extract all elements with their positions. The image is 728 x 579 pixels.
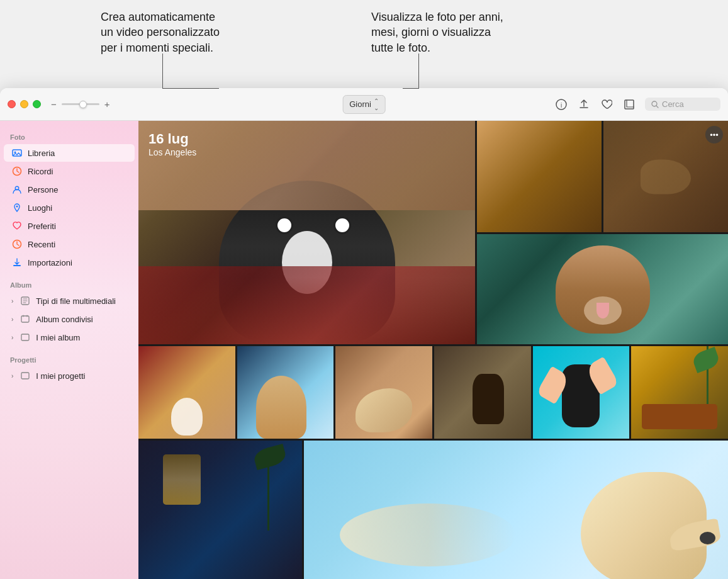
callout-line-left-h [162, 88, 219, 89]
sidebar-item-luoghi-label: Luoghi [28, 203, 52, 213]
sidebar-item-preferiti[interactable]: Preferiti [4, 217, 135, 235]
sidebar-item-preferiti-label: Preferiti [28, 222, 56, 231]
toolbar-left: − + [51, 99, 110, 110]
callout-line-right-h [403, 88, 419, 89]
photo-row-2 [138, 346, 728, 439]
sidebar-item-miei-progetti-label: I miei progetti [36, 371, 85, 381]
sidebar-section-foto: Foto [0, 128, 138, 143]
sidebar-item-tipi-file[interactable]: › Tipi di file multimediali [4, 292, 135, 310]
sidebar-item-libreria-label: Libreria [28, 149, 55, 158]
sidebar-item-recenti[interactable]: Recenti [4, 235, 135, 253]
sidebar-item-persone[interactable]: Persone [4, 181, 135, 198]
photo-small-3[interactable] [335, 346, 432, 439]
libreria-icon [11, 147, 23, 159]
info-button[interactable]: i [554, 98, 568, 111]
more-options-button[interactable]: ••• [705, 126, 723, 143]
sidebar-item-ricordi-label: Ricordi [28, 167, 53, 176]
sidebar-item-luoghi[interactable]: Luoghi [4, 199, 135, 216]
tooltip-left: Crea automaticamente un video personaliz… [101, 9, 220, 55]
luoghi-icon [11, 202, 23, 213]
photo-small-4[interactable] [434, 346, 531, 439]
main-content: 16 lug Los Angeles [138, 121, 728, 579]
sidebar-item-miei-album[interactable]: › I miei album [4, 329, 135, 346]
app-body: Foto Libreria Ri [0, 121, 728, 579]
toolbar-right: i [554, 98, 720, 111]
photo-row-1: 16 lug Los Angeles [138, 121, 728, 344]
sidebar-item-importazioni-label: Importazioni [28, 258, 72, 267]
photo-small-6[interactable] [631, 346, 728, 439]
sidebar-item-persone-label: Persone [28, 185, 58, 194]
persone-icon [11, 184, 23, 195]
right-top-row: ••• [477, 121, 728, 232]
view-mode-label: Giorni [349, 99, 371, 109]
sidebar-item-condivisi-label: Album condivisi [36, 315, 92, 324]
tooltip-right: Visualizza le foto per anni, mesi, giorn… [371, 9, 503, 55]
photo-small-5[interactable] [533, 346, 630, 439]
zoom-plus-button[interactable]: + [104, 99, 110, 110]
view-selector[interactable]: Giorni ⌃⌄ [342, 95, 386, 114]
photo-grid: 16 lug Los Angeles [138, 121, 728, 579]
photo-row-3 [138, 441, 728, 579]
photo-animal-top-left[interactable] [477, 121, 602, 232]
tipi-file-icon [20, 295, 31, 306]
chevron-up-down-icon: ⌃⌄ [374, 98, 379, 111]
search-box[interactable]: Cerca [645, 98, 720, 111]
ricordi-icon [11, 166, 23, 177]
callout-line-right-v [418, 53, 419, 88]
recenti-icon [11, 239, 23, 250]
callout-line-left-v [162, 53, 163, 88]
svg-point-5 [14, 152, 16, 154]
app-window: − + Giorni ⌃⌄ i [0, 88, 728, 579]
expand-icon-progetti: › [11, 373, 13, 379]
miei-album-icon [20, 332, 31, 343]
svg-point-8 [16, 206, 18, 208]
sidebar-section-album: Album [0, 276, 138, 291]
sidebar-item-ricordi[interactable]: Ricordi [4, 162, 135, 180]
heart-button[interactable] [600, 98, 613, 111]
close-button[interactable] [8, 100, 16, 108]
importazioni-icon [11, 257, 23, 268]
svg-rect-12 [21, 316, 29, 322]
sidebar: Foto Libreria Ri [0, 121, 138, 579]
sidebar-item-libreria[interactable]: Libreria [4, 144, 135, 162]
expand-icon-condivisi: › [11, 316, 13, 323]
sidebar-item-tipi-label: Tipi di file multimediali [36, 296, 116, 306]
title-bar: − + Giorni ⌃⌄ i [0, 88, 728, 121]
svg-rect-10 [13, 265, 21, 266]
miei-progetti-icon [20, 370, 31, 381]
photo-borzoi-wind[interactable] [304, 441, 728, 579]
photo-animal-top-right[interactable]: ••• [603, 121, 728, 232]
right-column: ••• [477, 121, 728, 344]
photo-small-1[interactable] [138, 346, 235, 439]
photo-dark-room[interactable] [138, 441, 302, 579]
sidebar-item-album-condivisi[interactable]: › Album condivisi [4, 310, 135, 328]
svg-text:i: i [561, 101, 562, 108]
album-condivisi-icon [20, 313, 31, 325]
sidebar-item-miei-progetti[interactable]: › I miei progetti [4, 367, 135, 385]
expand-icon-tipi: › [11, 298, 13, 305]
zoom-slider-thumb [79, 101, 87, 108]
svg-rect-13 [21, 334, 29, 340]
photo-date: 16 lug [148, 131, 196, 147]
zoom-minus-button[interactable]: − [51, 99, 57, 110]
photo-boston-terrier[interactable]: 16 lug Los Angeles [138, 121, 475, 344]
maximize-button[interactable] [33, 100, 41, 108]
minimize-button[interactable] [20, 100, 28, 108]
photo-small-2[interactable] [237, 346, 334, 439]
search-placeholder: Cerca [662, 99, 684, 109]
traffic-lights [8, 100, 41, 108]
zoom-slider[interactable] [62, 103, 99, 105]
crop-button[interactable] [622, 98, 636, 111]
svg-rect-14 [21, 373, 29, 379]
expand-icon-album: › [11, 334, 13, 341]
toolbar-center: Giorni ⌃⌄ [342, 95, 386, 114]
share-button[interactable] [577, 98, 591, 111]
photo-location: Los Angeles [148, 147, 196, 157]
preferiti-icon [11, 220, 23, 232]
sidebar-item-importazioni[interactable]: Importazioni [4, 254, 135, 271]
search-icon [651, 101, 659, 108]
sidebar-item-miei-album-label: I miei album [36, 333, 80, 342]
svg-rect-2 [625, 100, 634, 109]
photo-brown-dog[interactable] [477, 234, 728, 344]
sidebar-item-recenti-label: Recenti [28, 240, 55, 249]
